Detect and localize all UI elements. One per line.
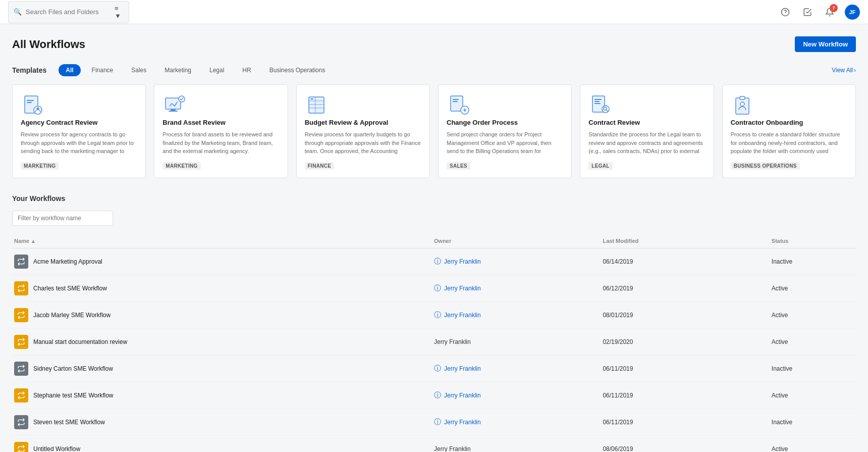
- svg-rect-23: [594, 101, 600, 102]
- workflow-name[interactable]: Acme Marketing Approval: [33, 258, 102, 265]
- template-tag: MARKETING: [21, 162, 59, 170]
- template-card[interactable]: Contract Review Standardize the process …: [580, 84, 714, 178]
- workflow-owner-cell: ⓘ Jerry Franklin: [434, 355, 603, 382]
- template-card[interactable]: Change Order Process Send project change…: [438, 84, 572, 178]
- table-header-row: Name ▲ Owner Last Modified Status: [12, 234, 856, 248]
- owner-info-icon[interactable]: ⓘ: [434, 257, 441, 266]
- col-header-owner: Owner: [434, 234, 603, 248]
- sort-arrow-icon: ▲: [31, 238, 36, 244]
- col-header-status: Status: [772, 234, 856, 248]
- workflow-owner-cell: ⓘ Jerry Franklin: [434, 248, 603, 275]
- workflow-name[interactable]: Untitled Workflow: [33, 445, 80, 453]
- filter-tab-finance[interactable]: Finance: [85, 64, 121, 76]
- template-name: Contractor Onboarding: [731, 119, 847, 126]
- template-card[interactable]: Contractor Onboarding Process to create …: [722, 84, 856, 178]
- filter-tab-legal[interactable]: Legal: [202, 64, 231, 76]
- svg-rect-24: [594, 103, 601, 104]
- notifications-icon[interactable]: 7: [823, 5, 837, 19]
- filter-tab-sales[interactable]: Sales: [124, 64, 153, 76]
- page-title: All Workflows: [12, 38, 85, 51]
- workflow-name[interactable]: Steven test SME Workflow: [33, 419, 105, 426]
- template-icon: [447, 93, 563, 119]
- workflow-owner-cell: Jerry Franklin: [434, 328, 603, 355]
- help-icon[interactable]: [778, 5, 792, 19]
- workflow-owner-cell: ⓘ Jerry Franklin: [434, 302, 603, 328]
- table-row: Manual start documentation review Jerry …: [12, 328, 856, 355]
- owner-info-icon[interactable]: ⓘ: [434, 391, 441, 400]
- table-row: Sidney Carton SME Workflow ⓘ Jerry Frank…: [12, 355, 856, 382]
- owner-info-icon[interactable]: ⓘ: [434, 284, 441, 293]
- owner-name[interactable]: Jerry Franklin: [444, 285, 481, 292]
- tasks-icon[interactable]: [800, 5, 815, 19]
- workflow-icon: [14, 442, 28, 453]
- col-header-modified: Last Modified: [603, 234, 771, 248]
- template-tag: SALES: [447, 162, 470, 170]
- template-icon: [588, 93, 705, 119]
- workflow-name[interactable]: Stephanie test SME Workflow: [33, 392, 114, 399]
- owner-name[interactable]: Jerry Franklin: [444, 258, 481, 265]
- workflow-owner-cell: ⓘ Jerry Franklin: [434, 382, 603, 409]
- filter-tab-all[interactable]: All: [59, 64, 80, 76]
- table-row: Acme Marketing Approval ⓘ Jerry Franklin…: [12, 248, 856, 275]
- new-workflow-button[interactable]: New Workflow: [795, 36, 856, 52]
- workflows-section-title: Your Workflows: [12, 194, 65, 203]
- template-card[interactable]: Agency Contract Review Review process fo…: [12, 84, 146, 178]
- search-icon: 🔍: [14, 8, 22, 16]
- filter-tab-business-operations[interactable]: Business Operations: [262, 64, 333, 76]
- workflow-name[interactable]: Manual start documentation review: [33, 338, 127, 345]
- search-bar[interactable]: 🔍 ≡ ▼: [8, 1, 129, 23]
- avatar[interactable]: JF: [845, 5, 860, 20]
- workflows-section: Your Workflows Name ▲ Owner Last Modifie…: [12, 194, 856, 453]
- workflow-status-cell: Inactive: [772, 355, 856, 382]
- owner-info-icon[interactable]: ⓘ: [434, 364, 441, 373]
- workflow-modified-cell: 06/14/2019: [603, 248, 771, 275]
- template-tag: FINANCE: [305, 162, 335, 170]
- workflow-modified-cell: 02/19/2020: [603, 328, 771, 355]
- workflow-name-cell: Steven test SME Workflow: [12, 409, 434, 435]
- owner-name: Jerry Franklin: [434, 445, 471, 453]
- workflow-name[interactable]: Charles test SME Workflow: [33, 285, 107, 292]
- template-card[interactable]: Brand Asset Review Process for brand ass…: [154, 84, 288, 178]
- svg-rect-18: [453, 99, 459, 100]
- workflow-icon: [14, 308, 28, 322]
- svg-rect-14: [309, 108, 324, 109]
- filter-tab-hr[interactable]: HR: [235, 64, 258, 76]
- svg-rect-15: [315, 97, 316, 113]
- workflow-status-cell: Active: [772, 302, 856, 328]
- table-row: Jacob Marley SME Workflow ⓘ Jerry Frankl…: [12, 302, 856, 328]
- workflow-icon: [14, 415, 28, 429]
- workflow-name[interactable]: Sidney Carton SME Workflow: [33, 365, 113, 372]
- view-all-link[interactable]: View All ›: [832, 67, 856, 74]
- top-navigation: 🔍 ≡ ▼ 7 JF: [0, 0, 868, 24]
- svg-point-30: [740, 102, 744, 106]
- workflow-name[interactable]: Jacob Marley SME Workflow: [33, 312, 111, 319]
- workflow-status-cell: Inactive: [772, 409, 856, 435]
- owner-name[interactable]: Jerry Franklin: [444, 392, 481, 399]
- template-card[interactable]: Budget Review & Approval Review process …: [296, 84, 430, 178]
- workflow-filter-input[interactable]: [12, 211, 113, 226]
- search-input[interactable]: [26, 8, 107, 16]
- owner-info-icon[interactable]: ⓘ: [434, 418, 441, 427]
- workflow-status-cell: Active: [772, 275, 856, 302]
- workflow-owner-cell: ⓘ Jerry Franklin: [434, 409, 603, 435]
- owner-info-icon[interactable]: ⓘ: [434, 311, 441, 320]
- workflow-modified-cell: 06/12/2019: [603, 275, 771, 302]
- owner-name[interactable]: Jerry Franklin: [444, 312, 481, 319]
- table-row: Steven test SME Workflow ⓘ Jerry Frankli…: [12, 409, 856, 435]
- filter-icon[interactable]: ≡ ▼: [115, 5, 124, 20]
- workflow-icon: [14, 388, 28, 403]
- workflow-icon: [14, 281, 28, 295]
- template-description: Review process for agency contracts to g…: [21, 130, 137, 156]
- template-tag: MARKETING: [162, 162, 200, 170]
- template-name: Agency Contract Review: [21, 119, 137, 126]
- workflow-name-cell: Untitled Workflow: [12, 435, 434, 452]
- owner-name[interactable]: Jerry Franklin: [444, 419, 481, 426]
- filter-tab-marketing[interactable]: Marketing: [157, 64, 198, 76]
- table-row: Untitled Workflow Jerry Franklin 08/06/2…: [12, 435, 856, 452]
- owner-name[interactable]: Jerry Franklin: [444, 365, 481, 372]
- workflow-modified-cell: 08/01/2019: [603, 302, 771, 328]
- workflows-table: Name ▲ Owner Last Modified Status: [12, 234, 856, 453]
- workflow-name-cell: Charles test SME Workflow: [12, 275, 434, 302]
- template-description: Review process for quarterly budgets to …: [305, 130, 421, 156]
- template-name: Contract Review: [588, 119, 705, 126]
